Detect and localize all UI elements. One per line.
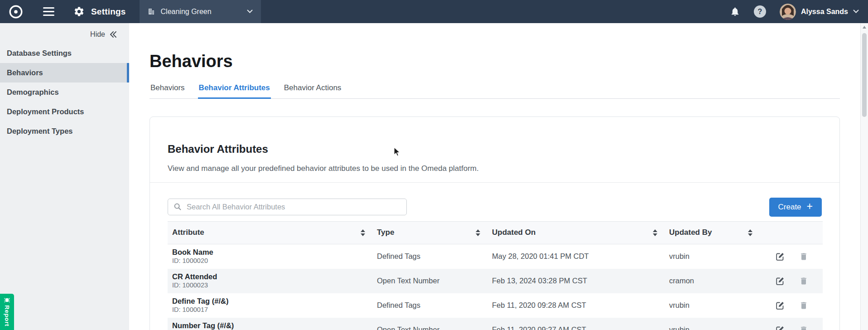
chevron-down-icon <box>247 10 253 14</box>
sort-icon <box>748 229 752 236</box>
type-cell: Open Text Number <box>372 318 487 330</box>
hide-sidebar-button[interactable]: Hide <box>0 23 129 39</box>
column-label: Updated On <box>492 228 535 237</box>
column-header-type[interactable]: Type <box>372 222 487 244</box>
omeda-logo[interactable] <box>7 3 24 20</box>
edit-icon <box>775 252 785 262</box>
delete-button[interactable] <box>799 276 808 286</box>
settings-label: Settings <box>91 7 126 17</box>
attribute-id: ID: 1000020 <box>172 257 208 264</box>
column-header-updated-by[interactable]: Updated By <box>665 222 760 244</box>
updated-on-cell: Feb 11, 2020 09:27 AM CST <box>487 318 665 330</box>
column-header-actions <box>760 222 823 244</box>
updated-on-cell: Feb 13, 2024 03:28 PM CST <box>487 269 665 293</box>
column-label: Type <box>377 228 394 237</box>
sidebar: Hide Database Settings Behaviors Demogra… <box>0 23 129 330</box>
sidebar-item-behaviors[interactable]: Behaviors <box>0 63 129 82</box>
updated-by-cell: vrubin <box>665 244 760 269</box>
actions-cell <box>760 318 823 330</box>
attribute-cell: Define Tag (#/&) ID: 1000017 <box>168 293 372 318</box>
table-row: Number Tag (#/&) ID: 1000016 Open Text N… <box>168 318 823 330</box>
hide-label: Hide <box>90 30 105 39</box>
hamburger-menu-button[interactable] <box>41 5 56 18</box>
actions-cell <box>760 293 823 318</box>
scroll-up-button[interactable] <box>861 23 868 31</box>
tab-behavior-actions[interactable]: Behavior Actions <box>283 84 342 98</box>
updated-on-cell: May 28, 2020 01:41 PM CDT <box>487 244 665 269</box>
table-row: Define Tag (#/&) ID: 1000017 Defined Tag… <box>168 293 823 318</box>
user-name: Alyssa Sands <box>801 8 848 16</box>
tab-bar: Behaviors Behavior Attributes Behavior A… <box>149 84 840 99</box>
edit-button[interactable] <box>775 301 785 311</box>
type-cell: Open Text Number <box>372 269 487 293</box>
avatar <box>780 4 796 20</box>
edit-icon <box>775 301 785 311</box>
sidebar-item-database-settings[interactable]: Database Settings <box>0 44 129 63</box>
column-label: Attribute <box>172 228 204 237</box>
card-heading: Behavior Attributes <box>168 143 822 155</box>
edit-icon <box>775 325 785 330</box>
search-input[interactable] <box>186 202 401 212</box>
tab-label: Behaviors <box>150 83 185 92</box>
table-toolbar: Create + <box>168 199 822 217</box>
column-header-attribute[interactable]: Attribute <box>168 222 372 244</box>
delete-button[interactable] <box>799 325 808 330</box>
search-icon <box>174 203 182 211</box>
delete-button[interactable] <box>799 301 808 311</box>
bell-icon <box>730 6 740 17</box>
create-button-label: Create <box>778 203 801 212</box>
sidebar-item-demographics[interactable]: Demographics <box>0 82 129 102</box>
attribute-id: ID: 1000017 <box>172 306 208 313</box>
attribute-name: CR Attended <box>172 273 217 281</box>
scrollbar-thumb[interactable] <box>862 33 867 117</box>
sidebar-item-label: Deployment Products <box>7 107 84 116</box>
collapse-icon <box>109 31 117 38</box>
table-body: Book Name ID: 1000020 Defined Tags May 2… <box>168 244 823 330</box>
report-feedback-button[interactable]: Report <box>0 294 14 330</box>
behavior-attributes-table: Attribute Type Updated On Updated By <box>168 221 823 330</box>
sidebar-item-deployment-products[interactable]: Deployment Products <box>0 102 129 121</box>
delete-button[interactable] <box>799 252 808 262</box>
chevron-down-icon <box>853 10 859 14</box>
edit-button[interactable] <box>775 276 785 286</box>
card-divider <box>150 182 839 183</box>
edit-button[interactable] <box>775 325 785 330</box>
building-icon <box>148 8 155 15</box>
updated-on-cell: Feb 11, 2020 09:28 AM CST <box>487 293 665 318</box>
org-selector[interactable]: Cleaning Green <box>140 0 261 23</box>
help-button[interactable]: ? <box>754 5 766 18</box>
attribute-cell: CR Attended ID: 1000023 <box>168 269 372 293</box>
sidebar-item-label: Demographics <box>7 88 59 97</box>
user-menu[interactable]: Alyssa Sands <box>780 4 859 20</box>
attribute-name: Number Tag (#/&) <box>172 322 234 330</box>
omeda-logo-icon <box>8 4 24 20</box>
sidebar-nav: Database Settings Behaviors Demographics… <box>0 44 129 141</box>
sort-icon <box>653 229 657 236</box>
edit-button[interactable] <box>775 252 785 262</box>
actions-cell <box>760 244 823 269</box>
create-button[interactable]: Create + <box>769 198 822 217</box>
tab-behavior-attributes[interactable]: Behavior Attributes <box>198 84 271 98</box>
tab-behaviors[interactable]: Behaviors <box>149 84 186 98</box>
sidebar-item-label: Database Settings <box>7 49 72 58</box>
notifications-button[interactable] <box>730 6 740 17</box>
table-row: Book Name ID: 1000020 Defined Tags May 2… <box>168 244 823 269</box>
page-title: Behaviors <box>149 52 868 70</box>
table-row: CR Attended ID: 1000023 Open Text Number… <box>168 269 823 293</box>
attribute-cell: Number Tag (#/&) ID: 1000016 <box>168 318 372 330</box>
updated-by-cell: vrubin <box>665 293 760 318</box>
trash-icon <box>799 276 808 286</box>
main-content: Behaviors Behaviors Behavior Attributes … <box>129 23 868 330</box>
sidebar-item-deployment-types[interactable]: Deployment Types <box>0 121 129 141</box>
tab-label: Behavior Attributes <box>199 83 270 92</box>
settings-header: Settings <box>73 6 126 17</box>
type-cell: Defined Tags <box>372 293 487 318</box>
column-header-updated-on[interactable]: Updated On <box>487 222 665 244</box>
scrollbar-track[interactable] <box>860 23 868 330</box>
bug-icon <box>4 297 10 303</box>
updated-by-cell: cramon <box>665 269 760 293</box>
topbar-right: ? Alyssa Sands <box>730 4 868 20</box>
sort-icon <box>361 229 365 236</box>
sidebar-item-label: Behaviors <box>7 68 43 77</box>
search-box <box>168 199 407 215</box>
